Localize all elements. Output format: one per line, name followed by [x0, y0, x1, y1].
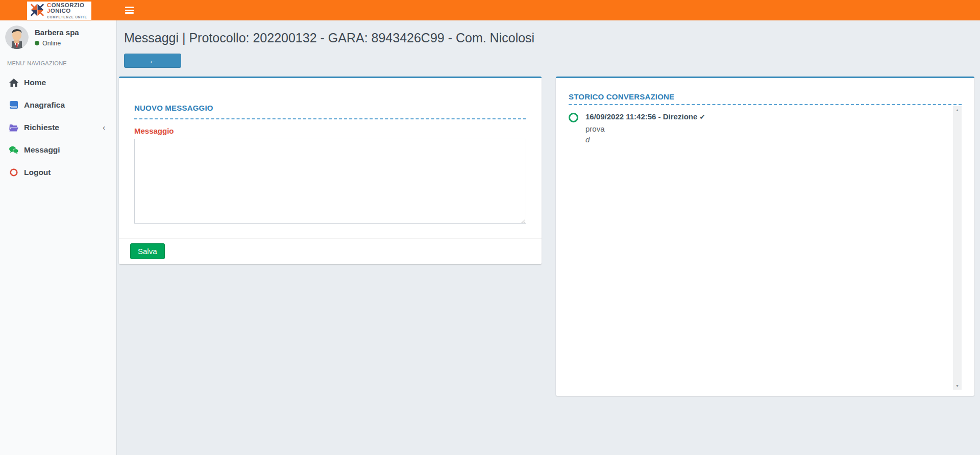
power-ring-icon: [9, 168, 18, 177]
book-icon: [9, 100, 18, 110]
scroll-up-icon[interactable]: ▲: [953, 106, 962, 114]
home-icon: [9, 78, 18, 87]
sidebar-item-home[interactable]: Home: [0, 71, 116, 94]
conversation-scrollbar[interactable]: ▲ ▼: [953, 106, 962, 390]
chevron-left-icon: ‹: [103, 123, 105, 132]
avatar: [5, 26, 29, 49]
sidebar-item-messaggi[interactable]: Messaggi: [0, 139, 116, 161]
brand-arrows-icon: [30, 3, 45, 19]
sidebar: Barbera spa Online MENU' NAVIGAZIONE Hom…: [0, 20, 117, 455]
sidebar-item-richieste[interactable]: Richieste ‹: [0, 116, 116, 139]
sidebar-toggle-icon[interactable]: [125, 6, 134, 14]
user-name: Barbera spa: [35, 28, 79, 37]
message-line: d: [585, 135, 705, 144]
message-field-label: Messaggio: [134, 127, 526, 135]
chat-bubbles-icon: [9, 145, 18, 155]
sidebar-item-logout[interactable]: Logout: [0, 161, 116, 184]
message-textarea[interactable]: [134, 139, 526, 224]
card-header: [119, 78, 542, 89]
sidebar-item-label: Anagrafica: [24, 100, 65, 110]
sidebar-item-label: Richieste: [24, 123, 59, 132]
sidebar-item-label: Home: [24, 78, 46, 87]
user-panel: Barbera spa Online: [0, 20, 116, 56]
message-line: prova: [585, 124, 705, 134]
comment-circle-icon: [569, 113, 578, 122]
scroll-down-icon[interactable]: ▼: [953, 382, 962, 390]
online-dot-icon: [35, 41, 39, 45]
menu-section-label: MENU' NAVIGAZIONE: [0, 56, 116, 71]
brand-logo[interactable]: CONSORZIO JONICO COMPETENZE UNITE: [27, 2, 91, 20]
conversation-scroll-area[interactable]: 16/09/2022 11:42:56 - Direzione✔ prova d…: [569, 105, 962, 390]
sidebar-item-anagrafica[interactable]: Anagrafica: [0, 94, 116, 116]
new-message-card: NUOVO MESSAGGIO Messaggio Salva: [119, 77, 542, 264]
back-button[interactable]: ←: [124, 54, 181, 68]
brand-text: CONSORZIO JONICO COMPETENZE UNITE: [47, 3, 87, 19]
top-navbar: CONSORZIO JONICO COMPETENZE UNITE: [0, 0, 980, 20]
user-status: Online: [35, 40, 79, 47]
conversation-card: STORICO CONVERSAZIONE 16/09/2022 11:42:5…: [556, 77, 974, 396]
page-title: Messaggi | Protocollo: 202200132 - GARA:…: [117, 20, 980, 45]
sidebar-item-label: Messaggi: [24, 145, 60, 155]
arrow-left-icon: ←: [149, 57, 156, 65]
folder-open-icon: [9, 123, 18, 132]
content-area: Messaggi | Protocollo: 202200132 - GARA:…: [117, 20, 980, 455]
sidebar-item-label: Logout: [24, 168, 51, 177]
new-message-title: NUOVO MESSAGGIO: [134, 104, 526, 119]
conversation-message: 16/09/2022 11:42:56 - Direzione✔ prova d: [569, 105, 950, 144]
card-footer: Salva: [119, 238, 542, 264]
check-icon: ✔: [699, 113, 705, 121]
message-header: 16/09/2022 11:42:56 - Direzione✔: [585, 112, 705, 122]
save-button[interactable]: Salva: [130, 243, 165, 259]
conversation-title: STORICO CONVERSAZIONE: [569, 92, 962, 105]
